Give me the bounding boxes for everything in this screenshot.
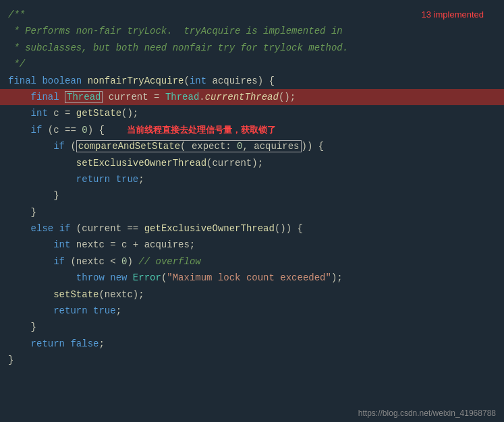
code-text: [8, 106, 31, 121]
code-text: c =: [53, 106, 76, 121]
code-text: ): [127, 254, 138, 269]
code-text: );: [331, 270, 343, 285]
code-text: getState: [76, 106, 121, 121]
code-line: else if (current == getExclusiveOwnerThr…: [0, 220, 504, 237]
code-line: if ( compareAndSetState( expect: 0, acqu…: [0, 138, 504, 154]
code-text: int: [53, 237, 76, 252]
code-text: (: [184, 73, 189, 88]
code-line: int nextc = c + acquires;: [0, 237, 504, 253]
code-text: (current ==: [76, 221, 144, 236]
code-text: ( expect:: [180, 141, 237, 152]
code-text: true: [93, 303, 116, 318]
code-text: ;: [99, 336, 104, 351]
code-line: return true ;: [0, 171, 504, 187]
code-container: 13 implemented /** * Performs non-fair t…: [0, 0, 504, 422]
code-text: if: [31, 123, 48, 138]
badge-label: 13 implemented: [422, 9, 484, 20]
code-line: final boolean nonfairTryAcquire ( int ac…: [0, 73, 504, 89]
code-text: if: [53, 139, 70, 154]
code-text: ();: [279, 90, 296, 104]
code-text: ) {: [88, 123, 128, 138]
code-text: (current);: [206, 156, 263, 171]
code-text: [8, 237, 53, 252]
code-text: int: [31, 106, 54, 121]
code-text: ()) {: [275, 221, 303, 236]
code-text: (: [70, 139, 76, 154]
code-text: if: [53, 254, 70, 269]
code-text: Thread: [165, 90, 199, 104]
code-line: * Performs non-fair tryLock. tryAcquire …: [0, 23, 504, 39]
code-text: throw: [76, 270, 110, 285]
code-line: return false ;: [0, 336, 504, 352]
watermark-text: https://blog.csdn.net/weixin_41968788: [358, 409, 496, 418]
code-text: return: [31, 336, 71, 351]
code-text: [8, 254, 53, 269]
code-line: * subclasses, but both need nonfair try …: [0, 40, 504, 56]
code-text: (nextc);: [99, 287, 144, 302]
code-text: final: [8, 73, 42, 88]
code-text: ;: [116, 303, 121, 318]
code-text: 0: [121, 254, 127, 269]
code-text: 0: [237, 141, 242, 152]
code-text: (: [161, 270, 167, 285]
code-text: )) {: [302, 139, 325, 154]
code-text: true: [116, 172, 139, 187]
code-text: */: [8, 57, 25, 71]
code-text: nextc = c + acquires;: [76, 237, 195, 252]
code-text: getExclusiveOwnerThread: [144, 221, 275, 236]
code-line: */: [0, 56, 504, 72]
code-text: current =: [103, 90, 165, 104]
code-text: * Performs non-fair tryLock. tryAcquire …: [8, 24, 343, 38]
code-text: final: [31, 90, 65, 104]
code-line: return true ;: [0, 303, 504, 319]
code-line-highlight: final Thread current = Thread . currentT…: [0, 89, 504, 105]
code-text: "Maximum lock count exceeded": [167, 270, 331, 285]
code-text: // overflow: [138, 254, 200, 269]
code-text: }: [8, 320, 36, 334]
code-line: int c = getState ();: [0, 105, 504, 121]
annotation-text: 当前线程直接去处理信号量，获取锁了: [127, 123, 276, 138]
code-text: [8, 156, 76, 171]
code-line: if (c == 0 ) { 当前线程直接去处理信号量，获取锁了: [0, 122, 504, 138]
code-text: if: [59, 221, 76, 236]
code-text: /**: [8, 7, 25, 22]
code-line: }: [0, 352, 504, 368]
code-text: .: [199, 90, 204, 104]
code-text: (nextc <: [70, 254, 121, 269]
code-text: false: [70, 336, 99, 351]
code-text: [8, 139, 53, 154]
code-line: setState (nextc);: [0, 287, 504, 303]
code-text: compareAndSetState: [78, 141, 180, 152]
code-text: setExclusiveOwnerThread: [76, 156, 206, 171]
code-line: }: [0, 187, 504, 204]
code-text: [8, 303, 53, 318]
code-text: ;: [138, 172, 144, 187]
code-text: }: [8, 205, 36, 220]
code-text: 0: [82, 123, 87, 138]
code-text: else: [31, 221, 59, 236]
code-text: Error: [133, 270, 161, 285]
code-text: return: [53, 303, 93, 318]
code-text: [8, 90, 31, 104]
code-text: [8, 221, 31, 236]
code-line: throw new Error ( "Maximum lock count ex…: [0, 270, 504, 286]
code-text: [8, 287, 53, 302]
code-text: }: [8, 188, 59, 203]
code-text: boolean: [42, 73, 87, 88]
code-line: if (nextc < 0 ) // overflow: [0, 253, 504, 270]
code-text: }: [8, 353, 13, 367]
code-line: }: [0, 319, 504, 335]
code-text: Thread: [65, 90, 103, 104]
code-text: nonfairTryAcquire: [88, 73, 184, 88]
code-text: setState: [53, 287, 99, 302]
code-text: * subclasses, but both need nonfair try …: [8, 40, 348, 55]
code-text: new: [110, 270, 133, 285]
code-text: [8, 336, 31, 351]
code-text: (c ==: [48, 123, 82, 138]
code-text: return: [76, 172, 116, 187]
code-line: }: [0, 204, 504, 220]
code-text: currentThread: [205, 90, 279, 104]
code-text: acquires) {: [212, 73, 274, 88]
code-text: ();: [121, 106, 138, 121]
code-line: setExclusiveOwnerThread (current);: [0, 155, 504, 171]
